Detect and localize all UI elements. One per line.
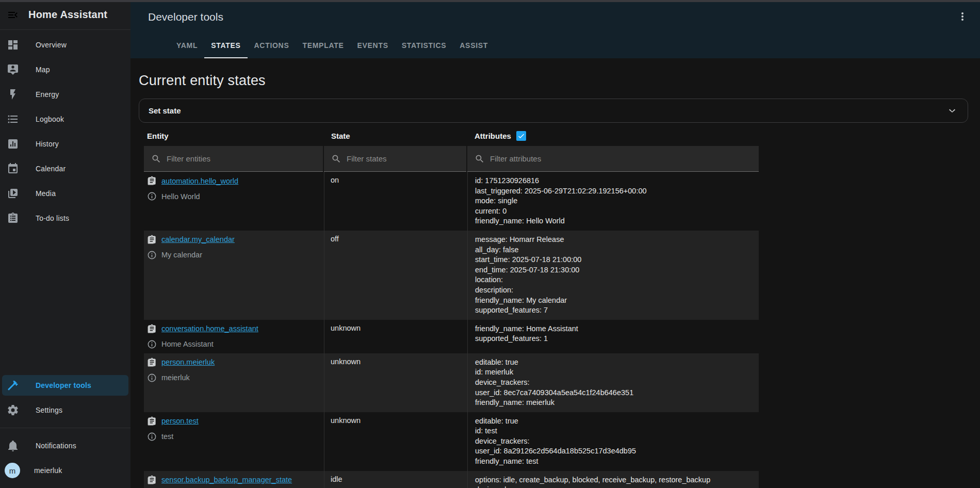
attribute-line: id: meierluk xyxy=(475,367,759,378)
attribute-line: options: idle, create_backup, blocked, r… xyxy=(475,475,759,485)
table-row: conversation.home_assistant Home Assista… xyxy=(144,320,759,353)
state-value: on xyxy=(331,176,339,184)
tab-actions[interactable]: ACTIONS xyxy=(248,34,296,58)
attribute-line: current: 0 xyxy=(475,206,759,217)
tab-yaml[interactable]: YAML xyxy=(170,34,204,58)
attribute-line: device_trackers: xyxy=(475,378,759,388)
overflow-menu-icon[interactable] xyxy=(956,10,969,23)
attribute-line: mode: single xyxy=(475,196,759,206)
attribute-line: user_id: 8a29126c2d564da18b525c17d3e4db9… xyxy=(475,446,759,457)
entity-cell: person.test test xyxy=(144,412,324,471)
tab-assist[interactable]: ASSIST xyxy=(453,34,495,58)
attributes-checkbox[interactable] xyxy=(516,131,526,141)
entity-link[interactable]: person.test xyxy=(161,417,199,425)
info-icon[interactable] xyxy=(147,191,157,201)
sidebar-item-label: Developer tools xyxy=(36,381,91,389)
entity-link[interactable]: conversation.home_assistant xyxy=(161,324,258,333)
info-icon[interactable] xyxy=(147,250,157,260)
list-bulleted-icon xyxy=(7,113,19,125)
sidebar-tools-nav: Developer tools Settings xyxy=(0,375,130,422)
clipboard-list-icon xyxy=(7,212,19,224)
sidebar-item-media[interactable]: Media xyxy=(0,181,130,206)
copy-clipboard-icon[interactable] xyxy=(147,416,157,426)
filter-state-input[interactable]: Filter states xyxy=(324,146,466,172)
menu-open-icon[interactable] xyxy=(7,9,19,21)
sidebar-item-profile[interactable]: m meierluk xyxy=(0,458,130,483)
attribute-line: friendly_name: My calendar xyxy=(475,296,759,306)
attribute-line: last_triggered: 2025-06-29T21:02:29.1921… xyxy=(475,186,759,197)
copy-clipboard-icon[interactable] xyxy=(147,357,157,367)
sidebar-item-overview[interactable]: Overview xyxy=(0,32,130,57)
tab-template[interactable]: TEMPLATE xyxy=(296,34,350,58)
sidebar-item-settings[interactable]: Settings xyxy=(0,398,130,422)
info-icon[interactable] xyxy=(147,373,157,383)
sidebar-item-label: Settings xyxy=(36,406,62,414)
sidebar-item-label: Map xyxy=(36,66,50,74)
attribute-line: location: xyxy=(475,275,759,285)
gear-icon xyxy=(7,404,19,416)
calendar-icon xyxy=(7,162,19,175)
tab-label: ASSIST xyxy=(460,41,488,50)
sidebar-item-label: History xyxy=(36,140,59,148)
search-icon xyxy=(475,154,485,164)
attribute-line: friendly_name: meierluk xyxy=(475,398,759,408)
filter-entity-input[interactable]: Filter entities xyxy=(144,146,323,172)
entity-link[interactable]: calendar.my_calendar xyxy=(161,235,235,243)
sidebar: Home Assistant Overview Map Energy Logbo… xyxy=(0,0,130,488)
table-row: person.test test unknown editable: truei… xyxy=(144,412,759,471)
sidebar-item-developer-tools[interactable]: Developer tools xyxy=(2,375,128,396)
copy-clipboard-icon[interactable] xyxy=(147,176,157,186)
copy-clipboard-icon[interactable] xyxy=(147,235,157,245)
avatar[interactable]: m xyxy=(5,463,20,478)
attribute-line: all_day: false xyxy=(475,245,759,255)
sidebar-item-label: Overview xyxy=(36,41,67,49)
tab-events[interactable]: EVENTS xyxy=(350,34,395,58)
table-body: automation.hello_world Hello World on id… xyxy=(144,172,759,488)
entity-cell: calendar.my_calendar My calendar xyxy=(144,231,324,320)
tab-label: TEMPLATE xyxy=(302,41,344,50)
copy-clipboard-icon[interactable] xyxy=(147,324,157,334)
table-row: person.meierluk meierluk unknown editabl… xyxy=(144,353,759,412)
media-play-icon xyxy=(7,187,19,200)
entity-friendly-name: My calendar xyxy=(161,251,202,259)
entity-friendly-name: Home Assistant xyxy=(161,340,214,348)
main-content: Current entity states Set state Entity S… xyxy=(130,58,980,488)
sidebar-item-to-do-lists[interactable]: To-do lists xyxy=(0,206,130,231)
sidebar-item-history[interactable]: History xyxy=(0,132,130,156)
column-header-entity: Entity xyxy=(144,132,324,140)
sidebar-item-energy[interactable]: Energy xyxy=(0,82,130,107)
entity-link[interactable]: automation.hello_world xyxy=(161,177,238,185)
filter-attributes-input[interactable]: Filter attributes xyxy=(467,146,759,172)
sidebar-item-map[interactable]: Map xyxy=(0,57,130,82)
tab-states[interactable]: STATES xyxy=(204,34,247,58)
copy-clipboard-icon[interactable] xyxy=(147,475,157,485)
attribute-line: id: 1751230926816 xyxy=(475,176,759,186)
sidebar-item-logbook[interactable]: Logbook xyxy=(0,107,130,132)
entity-link[interactable]: person.meierluk xyxy=(161,358,215,366)
bell-icon xyxy=(7,440,19,452)
entity-cell: conversation.home_assistant Home Assista… xyxy=(144,320,324,353)
attributes-cell: editable: trueid: meierlukdevice_tracker… xyxy=(467,353,759,412)
state-value: idle xyxy=(331,475,342,483)
tab-statistics[interactable]: STATISTICS xyxy=(395,34,453,58)
entity-link[interactable]: sensor.backup_backup_manager_state xyxy=(161,476,292,484)
sidebar-divider xyxy=(0,428,130,428)
info-icon[interactable] xyxy=(147,339,157,349)
section-heading: Current entity states xyxy=(130,58,980,89)
sidebar-item-notifications[interactable]: Notifications xyxy=(0,433,130,458)
attributes-cell: editable: trueid: testdevice_trackers:us… xyxy=(467,412,759,471)
tab-label: STATISTICS xyxy=(402,41,447,50)
sidebar-item-calendar[interactable]: Calendar xyxy=(0,156,130,181)
attribute-line: device_class: enum xyxy=(475,485,759,488)
attribute-line: device_trackers: xyxy=(475,436,759,447)
attribute-line: editable: true xyxy=(475,416,759,427)
info-icon[interactable] xyxy=(147,432,157,442)
attribute-line: id: test xyxy=(475,426,759,436)
chart-box-icon xyxy=(7,138,19,150)
app-window: Home Assistant Overview Map Energy Logbo… xyxy=(0,0,980,488)
attribute-line: friendly_name: test xyxy=(475,457,759,467)
table-header-row: Entity State Attributes xyxy=(144,123,759,146)
chevron-down-icon xyxy=(946,105,958,117)
set-state-panel[interactable]: Set state xyxy=(139,99,968,123)
tab-label: STATES xyxy=(211,41,240,50)
